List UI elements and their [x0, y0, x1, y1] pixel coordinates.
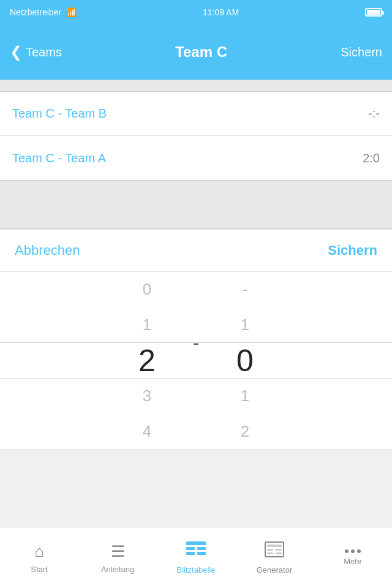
picker-left-item-4: 3 — [110, 379, 184, 414]
picker-left-item-2: 1 — [110, 307, 184, 343]
middle-spacer — [0, 180, 392, 229]
status-bar: Netzbetreiber 📶 11:09 AM — [0, 0, 392, 24]
battery-icon — [365, 8, 382, 17]
tab-anleitung[interactable]: ☰ Anleitung — [78, 527, 157, 588]
svg-rect-10 — [276, 552, 282, 554]
tab-generator[interactable]: Generator — [235, 527, 314, 588]
svg-rect-0 — [186, 541, 206, 545]
cancel-button[interactable]: Abbrechen — [15, 243, 80, 258]
back-label: Teams — [26, 45, 62, 59]
svg-rect-9 — [267, 552, 273, 554]
picker-left-selected: 2 — [110, 343, 184, 379]
svg-rect-6 — [267, 545, 282, 547]
match-score-1: -:- — [368, 107, 380, 121]
picker-right-selected: 0 — [208, 343, 282, 379]
picker-right-item-4: 1 — [208, 379, 282, 414]
tab-start[interactable]: ⌂ Start — [0, 527, 78, 588]
svg-rect-2 — [197, 547, 206, 550]
picker-right-col[interactable]: - - 1 0 1 2 3 — [208, 272, 282, 450]
nav-title: Team C — [175, 43, 227, 61]
svg-rect-3 — [186, 552, 195, 555]
picker-right-item-6: 3 — [208, 450, 282, 450]
match-title-2: Team C - Team A — [12, 151, 106, 165]
top-spacer — [0, 80, 392, 92]
svg-rect-1 — [186, 547, 195, 550]
blitztabelle-icon — [186, 541, 206, 562]
nav-save-button[interactable]: Sichern — [341, 45, 382, 59]
svg-rect-7 — [267, 549, 273, 551]
battery-fill — [367, 10, 380, 15]
tab-blitztabelle[interactable]: Blitztabelle — [157, 527, 235, 588]
picker-right-item-2: 1 — [208, 307, 282, 343]
match-row-1[interactable]: Team C - Team B -:- — [0, 92, 392, 136]
nav-bar: ❮ Teams Team C Sichern — [0, 24, 392, 80]
tab-anleitung-label: Anleitung — [101, 565, 134, 574]
match-title-1: Team C - Team B — [12, 107, 107, 121]
back-button[interactable]: ❮ Teams — [10, 45, 62, 59]
carrier-wifi: Netzbetreiber 📶 — [10, 7, 77, 17]
wifi-icon: 📶 — [66, 7, 77, 17]
picker-dash-icon: - — [193, 331, 200, 354]
tab-mehr-label: Mehr — [344, 557, 362, 566]
picker-right-item-1: - — [208, 272, 282, 307]
picker-left-item-5: 4 — [110, 414, 184, 450]
picker-separator: - — [184, 272, 208, 450]
picker-right-item-5: 2 — [208, 414, 282, 450]
time-label: 11:09 AM — [203, 7, 239, 17]
picker-left-item-1: 0 — [110, 272, 184, 307]
score-picker[interactable]: - 0 1 2 3 4 5 - - - 1 0 1 2 3 — [0, 272, 392, 450]
tab-mehr[interactable]: Mehr — [314, 527, 392, 588]
matches-list: Team C - Team B -:- Team C - Team A 2:0 — [0, 92, 392, 180]
tab-bar: ⌂ Start ☰ Anleitung Blitztabelle — [0, 527, 392, 588]
match-score-2: 2:0 — [363, 151, 380, 165]
generator-icon — [265, 541, 284, 562]
picker-left-item-6: 5 — [110, 450, 184, 450]
tab-generator-label: Generator — [257, 565, 293, 575]
tab-blitztabelle-label: Blitztabelle — [177, 565, 216, 575]
carrier-label: Netzbetreiber — [10, 7, 61, 17]
save-button[interactable]: Sichern — [328, 243, 377, 258]
home-icon: ⌂ — [34, 542, 44, 561]
back-arrow-icon: ❮ — [10, 45, 22, 59]
action-bar: Abbrechen Sichern — [0, 229, 392, 272]
svg-rect-8 — [276, 549, 282, 551]
mehr-icon — [345, 549, 361, 553]
anleitung-icon: ☰ — [111, 542, 125, 561]
picker-left-col[interactable]: - 0 1 2 3 4 5 — [110, 272, 184, 450]
svg-rect-4 — [197, 552, 206, 555]
match-row-2[interactable]: Team C - Team A 2:0 — [0, 136, 392, 180]
tab-start-label: Start — [31, 565, 47, 574]
